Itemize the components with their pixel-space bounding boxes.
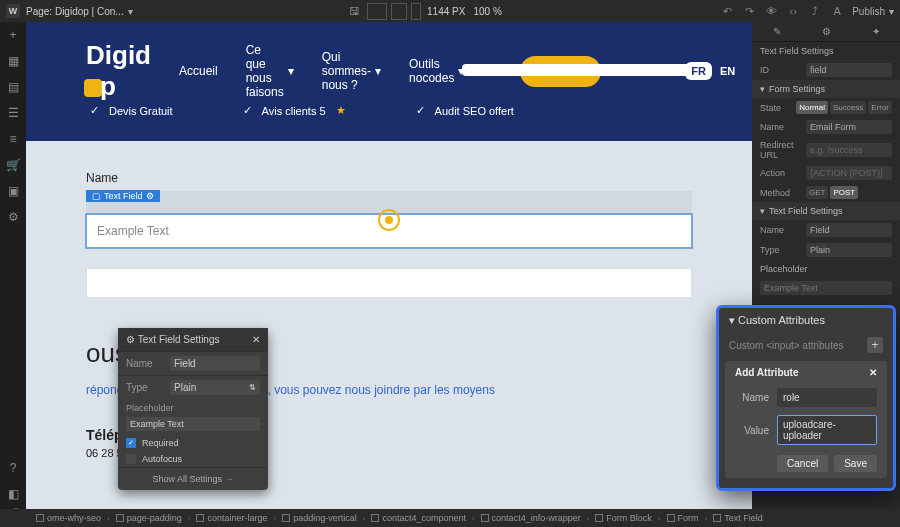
popup-name-input[interactable]: Field (170, 356, 260, 371)
overlay-title: ▾ Custom Attributes (719, 308, 893, 333)
element-tag[interactable]: ▢ Text Field ⚙ (86, 190, 160, 202)
nav-icon[interactable]: ☰ (6, 106, 20, 120)
attr-value-label: Value (735, 425, 769, 436)
webflow-logo[interactable]: W (6, 4, 20, 18)
box-icon[interactable]: ▦ (6, 54, 20, 68)
r-tfph-input[interactable]: Example Text (760, 281, 892, 295)
popup-show-all[interactable]: Show All Settings → (118, 467, 268, 490)
breadcrumb-item[interactable]: Form (661, 513, 705, 523)
benefit-item: ✓Devis Gratuit (90, 104, 173, 117)
close-icon[interactable]: ✕ (252, 334, 260, 345)
popup-required-check[interactable]: ✓Required (118, 435, 268, 451)
breadcrumb-item[interactable]: contact4_component (365, 513, 472, 523)
star-icon: ★ (336, 104, 346, 117)
nav-about[interactable]: Qui sommes-nous ? ▾ (322, 50, 381, 92)
close-icon[interactable]: ✕ (869, 367, 877, 378)
chevron-down-icon: ▾ (288, 64, 294, 78)
check-icon: ✓ (416, 104, 425, 117)
next-field[interactable] (86, 268, 692, 298)
cms-icon[interactable]: ≡ (6, 132, 20, 146)
hero-section: Digidp Accueil Ce que nous faisons ▾ Qui… (26, 22, 752, 141)
pages-icon[interactable]: ▤ (6, 80, 20, 94)
mobile-breakpoint-icon[interactable] (411, 3, 421, 20)
redo-icon[interactable]: ↷ (738, 2, 760, 20)
assets-icon[interactable]: ▣ (6, 184, 20, 198)
style-tab-icon[interactable]: ✎ (773, 26, 781, 37)
breadcrumb-item[interactable]: padding-vertical (276, 513, 363, 523)
breadcrumb-item[interactable]: contact4_info-wrapper (475, 513, 587, 523)
r-name-input[interactable]: Email Form (806, 120, 892, 134)
breadcrumb-item[interactable]: Text Field (707, 513, 769, 523)
r-state-label: State (760, 103, 790, 113)
cancel-button[interactable]: Cancel (777, 455, 828, 472)
r-id-input[interactable]: field (806, 63, 892, 77)
check-icon: ✓ (243, 104, 252, 117)
breadcrumb: ome-why-seo› page-padding› container-lar… (0, 509, 900, 527)
attr-name-label: Name (735, 392, 769, 403)
interactions-tab-icon[interactable]: ✦ (872, 26, 880, 37)
ecommerce-icon[interactable]: 🛒 (6, 158, 20, 172)
publish-chevron-icon[interactable]: ▾ (889, 6, 894, 17)
nav-accueil[interactable]: Accueil (179, 64, 218, 78)
popup-placeholder-input[interactable]: Example Text (126, 417, 260, 431)
check-icon: ✓ (90, 104, 99, 117)
attr-value-input[interactable]: uploadcare-uploader (777, 415, 877, 445)
r-tftype-label: Type (760, 245, 800, 255)
r-form-header[interactable]: ▾ Form Settings (752, 80, 900, 98)
publish-button[interactable]: Publish (852, 6, 885, 17)
breadcrumb-item[interactable]: Form Block (589, 513, 658, 523)
r-redirect-label: Redirect URL (760, 140, 800, 160)
save-icon[interactable]: 🖫 (343, 2, 365, 20)
page-label[interactable]: Page: Digidop | Con... (26, 6, 124, 17)
r-id-label: ID (760, 65, 800, 75)
nav-tools[interactable]: Outils nocodes ▾ (409, 57, 464, 85)
field-label-name: Name (86, 171, 692, 185)
method-get[interactable]: GET (806, 186, 828, 199)
add-icon[interactable]: + (6, 28, 20, 42)
settings-icon[interactable]: ⚙ (6, 210, 20, 224)
r-tfph-label: Placeholder (752, 260, 900, 278)
settings-tab-icon[interactable]: ⚙ (822, 26, 831, 37)
field-bg (86, 191, 692, 213)
tag-gear-icon[interactable]: ⚙ (146, 191, 154, 201)
r-redirect-input[interactable]: e.g. /success (806, 143, 892, 157)
state-normal[interactable]: Normal (796, 101, 828, 114)
search-bar-placeholder (462, 64, 692, 76)
state-success[interactable]: Success (830, 101, 866, 114)
r-action-input[interactable]: {ACTION (POST)} (806, 166, 892, 180)
page-chevron-icon[interactable]: ▾ (128, 6, 133, 17)
audit-icon[interactable]: A (826, 2, 848, 20)
popup-type-select[interactable]: Plain⇅ (170, 380, 260, 395)
canvas-zoom: 100 % (473, 6, 501, 17)
breadcrumb-item[interactable]: page-padding (110, 513, 188, 523)
code-icon[interactable]: ‹› (782, 2, 804, 20)
state-error[interactable]: Error (868, 101, 892, 114)
brand-logo[interactable]: Digidp (86, 40, 151, 102)
export-icon[interactable]: ⤴ (804, 2, 826, 20)
method-post[interactable]: POST (830, 186, 858, 199)
r-tftype-select[interactable]: Plain (806, 243, 892, 257)
r-tfname-input[interactable]: Field (806, 223, 892, 237)
breadcrumb-item[interactable]: container-large (190, 513, 273, 523)
breadcrumb-item[interactable]: ome-why-seo (30, 513, 107, 523)
topbar: W Page: Digidop | Con... ▾ 🖫 1144 PX 100… (0, 0, 900, 22)
attr-name-input[interactable]: role (777, 388, 877, 407)
audit2-icon[interactable]: ◧ (6, 487, 20, 501)
undo-icon[interactable]: ↶ (716, 2, 738, 20)
canvas-width: 1144 PX (427, 6, 465, 17)
help-icon[interactable]: ? (6, 461, 20, 475)
cursor-icon (378, 209, 400, 231)
tablet-breakpoint-icon[interactable] (391, 3, 407, 20)
lang-en[interactable]: EN (720, 65, 735, 77)
chevron-down-icon: ▾ (375, 64, 381, 78)
preview-icon[interactable]: 👁 (760, 2, 782, 20)
save-button[interactable]: Save (834, 455, 877, 472)
select-arrow-icon: ⇅ (249, 383, 256, 392)
r-textfield-header: Text Field Settings (752, 42, 900, 60)
desktop-breakpoint-icon[interactable] (367, 3, 387, 20)
popup-autofocus-check[interactable]: Autofocus (118, 451, 268, 467)
benefit-item: ✓Audit SEO offert (416, 104, 514, 117)
add-attribute-button[interactable]: + (867, 337, 883, 353)
nav-services[interactable]: Ce que nous faisons ▾ (246, 43, 294, 99)
r-textfield2-header[interactable]: ▾ Text Field Settings (752, 202, 900, 220)
